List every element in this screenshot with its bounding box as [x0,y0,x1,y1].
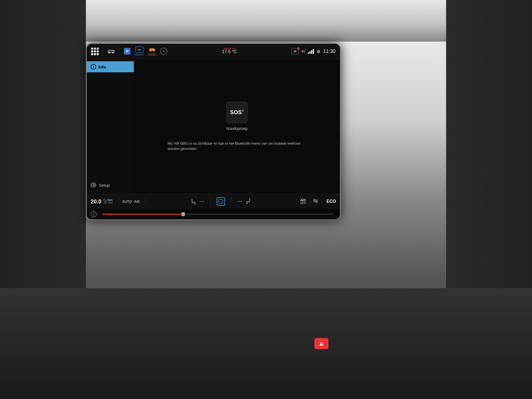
car-interior: P ASSIST [0,0,532,399]
center-display-button[interactable] [217,197,225,206]
temp-indicator-line [224,48,235,49]
gear-icon [91,182,97,188]
svg-rect-8 [219,200,223,203]
parking-button[interactable]: P [124,48,131,55]
svg-point-0 [109,52,110,53]
svg-point-3 [139,49,140,50]
mode-car-icon [148,47,156,52]
climate-controls [148,197,293,206]
sidebar-spacer [87,73,134,179]
top-bar-right: ✉ 4G ⊕ 11:30 [291,48,336,54]
hazard-button[interactable]: ▲ [314,338,328,349]
setup-label: Setup [99,183,110,188]
climate-divider-5 [296,197,296,206]
info-label: Info [98,65,106,69]
assist-label: ASSIST [134,53,144,56]
power-bar [87,209,340,219]
mode-button[interactable]: MODE [148,47,156,56]
sos-label: Noodoproep [226,126,247,131]
wifi-icon: ⊕ [317,49,320,54]
air-recirculation-icon[interactable] [313,198,319,205]
seat-right-svg [245,198,251,204]
divider-1 [102,47,103,55]
car-icon [106,48,116,54]
svg-point-5 [153,50,155,52]
climate-divider-4 [231,197,231,206]
climate-divider-1 [119,197,119,206]
home-grid-icon[interactable] [91,48,98,55]
bluetooth-info-message: My VW 0981 is nu zichtbaar en kan in het… [168,141,306,152]
seat-heat-left-icon[interactable] [191,198,196,204]
climate-divider-7 [322,197,322,206]
infotainment-screen: P ASSIST [87,44,340,219]
ac-max-button[interactable]: A/C MAX [300,199,306,204]
info-icon: i [91,64,96,70]
climate-bar: 20.0 CLIMA A/C OFF AUTO A/C [87,194,340,209]
max-text: MAX [300,202,306,204]
clima-sub: A/C OFF [103,202,113,204]
power-button[interactable] [91,211,97,217]
climate-ac-label: A/C [134,200,140,204]
sidebar-item-setup[interactable]: Setup [87,179,134,191]
assist-icon-svg [137,48,142,52]
signal-strength-icon [308,49,314,54]
ac-text: A/C [300,199,306,202]
hazard-icon: ▲ [318,340,324,347]
svg-point-9 [246,203,247,204]
sidebar-item-info[interactable]: i Info [87,61,134,72]
add-button[interactable]: + [160,48,167,55]
climate-divider-3 [210,197,211,206]
mode-label: MODE [148,53,156,56]
top-bar: P ASSIST [87,44,340,59]
divider-2 [120,47,120,55]
top-bar-center: 17.5 °C [167,48,291,54]
clima-badge: CLIMA A/C OFF [103,199,113,204]
center-panel: SOS® Noodoproep My VW 0981 is nu zichtba… [134,59,340,194]
climate-temperature: 20.0 [91,198,101,205]
sos-button[interactable]: SOS® [226,101,248,124]
climate-auto-label: AUTO [122,200,132,204]
car-button[interactable] [106,48,116,54]
sidebar: i Info Setup [87,59,134,194]
svg-point-1 [112,52,114,53]
sos-text: SOS® [230,109,244,116]
screen-container: P ASSIST [86,43,341,220]
svg-point-6 [93,184,94,186]
climate-divider-2 [145,197,145,206]
svg-point-4 [150,50,151,52]
eco-label: ECO [326,199,336,204]
sos-button-wrap: SOS® Noodoproep [226,101,248,131]
fan-level-left[interactable] [200,201,204,202]
4g-icon: 4G [301,50,305,53]
svg-point-7 [194,203,195,204]
wind-svg [313,198,319,204]
slider-thumb [181,212,185,216]
temperature-slider[interactable] [102,214,333,215]
main-content: i Info Setup [87,59,340,194]
message-icon[interactable]: ✉ [291,48,299,54]
climate-divider-6 [310,197,310,206]
sos-superscript: ® [242,109,244,112]
message-notification-dot [297,47,300,50]
screen-bezel: P ASSIST [86,43,341,220]
mode-icon [148,47,156,53]
bottom-panel [0,288,532,399]
fan-level-right[interactable] [237,201,242,202]
seat-heat-right-icon[interactable] [245,198,251,205]
seat-left-svg [191,198,196,204]
screen-icon [219,199,223,204]
top-bar-left: P ASSIST [91,47,167,56]
clock-display: 11:30 [323,48,336,54]
assist-icon [135,47,144,53]
temperature-display: 17.5 °C [222,49,237,54]
assist-button[interactable]: ASSIST [134,47,144,56]
temp-fill [102,214,183,215]
